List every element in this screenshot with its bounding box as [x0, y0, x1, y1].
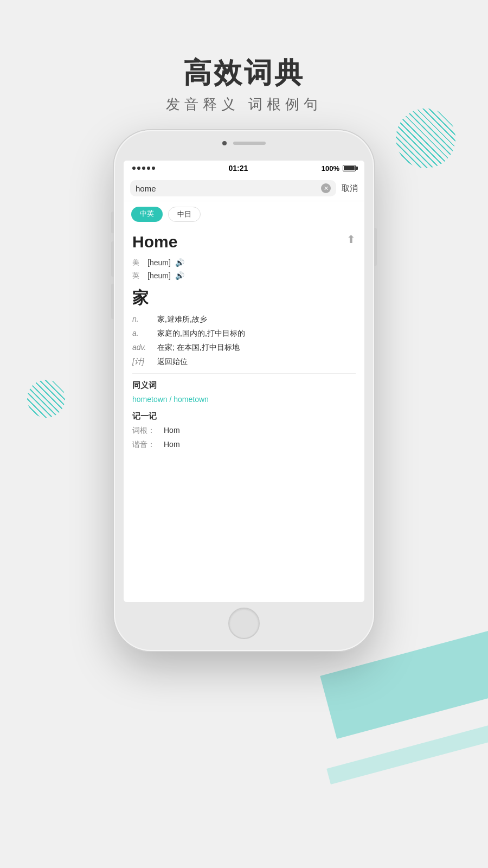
- signal-indicator: [132, 167, 155, 170]
- signal-dot-1: [132, 167, 136, 170]
- definition-computing: [计] 返回始位: [132, 357, 356, 367]
- search-input[interactable]: home: [136, 184, 317, 193]
- root-value: Hom: [164, 426, 180, 436]
- app-subtitle: 发音释义 词根例句: [0, 95, 488, 114]
- power-button: [374, 228, 377, 266]
- signal-dot-5: [152, 167, 155, 170]
- signal-dot-3: [142, 167, 145, 170]
- phonetic-label: 谐音：: [132, 440, 159, 450]
- status-right-group: 100%: [322, 164, 356, 173]
- memory-phonetic: 谐音： Hom: [132, 440, 356, 450]
- phone-top-notch: [222, 141, 266, 145]
- search-bar[interactable]: home ✕ 取消: [124, 176, 364, 201]
- mute-button: [111, 212, 114, 233]
- memory-title: 记一记: [132, 411, 356, 422]
- app-title: 高效词典: [0, 54, 488, 92]
- def-adj: 家庭的,国内的,打中目标的: [157, 329, 356, 339]
- chinese-char: 家: [132, 287, 356, 309]
- search-input-wrapper[interactable]: home ✕: [130, 180, 336, 196]
- earpiece-speaker: [233, 142, 266, 145]
- phonetic-value: Hom: [164, 440, 180, 450]
- ipa-uk: [heum]: [147, 271, 171, 280]
- tab-chinese-english[interactable]: 中英: [131, 207, 163, 222]
- synonyms-title: 同义词: [132, 380, 356, 391]
- synonym-links[interactable]: hometown / hometown: [132, 395, 356, 404]
- word-title: Home: [132, 233, 177, 251]
- phone-mockup: 01:21 100% home ✕ 取消 中英 中日: [114, 130, 374, 651]
- battery-icon: [343, 165, 356, 171]
- section-divider: [132, 373, 356, 374]
- volume-up-button: [111, 241, 114, 277]
- def-computing: 返回始位: [157, 357, 356, 367]
- battery-percent: 100%: [322, 164, 339, 173]
- pos-adv: adv.: [132, 343, 149, 353]
- def-adv: 在家; 在本国,打中目标地: [157, 343, 356, 353]
- ipa-us: [heum]: [147, 258, 171, 267]
- battery-fill: [344, 166, 355, 170]
- memory-root: 词根： Hom: [132, 426, 356, 436]
- pos-computing: [计]: [132, 357, 149, 367]
- play-uk-audio-button[interactable]: 🔊: [175, 271, 184, 280]
- region-uk: 英: [132, 271, 143, 280]
- phone-body: 01:21 100% home ✕ 取消 中英 中日: [114, 130, 374, 651]
- tab-chinese-japanese[interactable]: 中日: [168, 207, 201, 222]
- home-button[interactable]: [228, 608, 260, 639]
- front-camera: [222, 141, 227, 145]
- signal-dot-2: [137, 167, 140, 170]
- definition-adj: a. 家庭的,国内的,打中目标的: [132, 329, 356, 339]
- definition-noun: n. 家,避难所,故乡: [132, 315, 356, 324]
- play-us-audio-button[interactable]: 🔊: [175, 258, 184, 267]
- pronunciation-us: 美 [heum] 🔊: [132, 258, 356, 267]
- definition-adv: adv. 在家; 在本国,打中目标地: [132, 343, 356, 353]
- cancel-button[interactable]: 取消: [342, 183, 358, 194]
- pos-noun: n.: [132, 315, 149, 324]
- deco-circle-left: [27, 380, 65, 418]
- clear-search-button[interactable]: ✕: [321, 183, 331, 193]
- dictionary-content: Home ⬆ 美 [heum] 🔊 英 [heum] 🔊 家: [124, 227, 364, 459]
- pronunciation-uk: 英 [heum] 🔊: [132, 271, 356, 280]
- region-us: 美: [132, 258, 143, 267]
- pos-adj: a.: [132, 329, 149, 339]
- share-icon[interactable]: ⬆: [346, 233, 356, 246]
- deco-circle-top-right: [396, 108, 455, 168]
- signal-dot-4: [147, 167, 150, 170]
- language-tabs: 中英 中日: [124, 201, 364, 227]
- word-header: Home ⬆: [132, 233, 356, 251]
- root-label: 词根：: [132, 426, 159, 436]
- status-time: 01:21: [228, 164, 248, 173]
- status-bar: 01:21 100%: [124, 161, 364, 176]
- volume-down-button: [111, 284, 114, 319]
- def-noun: 家,避难所,故乡: [157, 315, 356, 324]
- phone-screen: 01:21 100% home ✕ 取消 中英 中日: [124, 161, 364, 602]
